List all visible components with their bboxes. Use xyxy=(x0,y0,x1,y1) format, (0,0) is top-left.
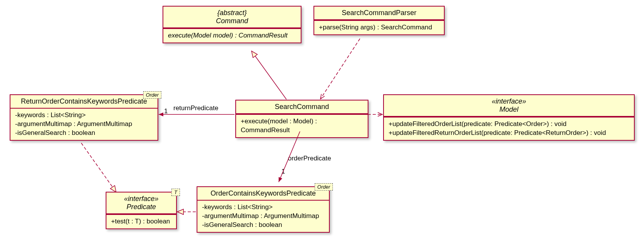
order-predicate-name: OrderContainsKeywordsPredicate xyxy=(197,187,329,201)
model-stereo: «interface» xyxy=(389,97,629,106)
predicate-stereo: «interface» xyxy=(111,195,171,203)
command-op: execute(Model model) : CommandResult xyxy=(163,29,301,43)
parser-op: +parse(String args) : SearchCommand xyxy=(314,21,444,34)
class-search-command: SearchCommand +execute(model : Model) : … xyxy=(235,100,368,138)
class-predicate: T «interface» Predicate +test(t : T) : b… xyxy=(106,192,177,229)
ord-pred-a1: -keywords : List<String> xyxy=(202,203,324,212)
class-search-command-parser: SearchCommandParser +parse(String args) … xyxy=(313,6,445,35)
label-return-predicate-mult: 1 xyxy=(164,107,168,115)
model-op2: +updateFilteredReturnOrderList(predicate… xyxy=(389,129,629,138)
uml-canvas: {abstract} Command execute(Model model) … xyxy=(0,0,644,247)
order-predicate-tparam: Order xyxy=(315,183,333,191)
model-op1: +updateFilteredOrderList(predicate: Pred… xyxy=(389,120,629,129)
command-stereo: {abstract} xyxy=(168,9,296,17)
ret-pred-a3: -isGeneralSearch : boolean xyxy=(15,129,153,138)
ret-pred-a1: -keywords : List<String> xyxy=(15,111,153,120)
class-command: {abstract} Command execute(Model model) … xyxy=(163,6,301,43)
model-name: Model xyxy=(389,106,629,114)
class-model: «interface» Model +updateFilteredOrderLi… xyxy=(383,94,635,141)
search-command-op: +execute(model : Model) : CommandResult xyxy=(236,115,368,137)
label-return-predicate: returnPredicate xyxy=(173,104,218,112)
ord-pred-a3: -isGeneralSearch : boolean xyxy=(202,221,324,230)
predicate-op: +test(t : T) : boolean xyxy=(106,215,176,228)
search-command-name: SearchCommand xyxy=(236,101,368,114)
predicate-tparam: T xyxy=(171,189,180,196)
label-order-predicate: orderPredicate xyxy=(288,155,331,162)
command-name: Command xyxy=(168,17,296,25)
predicate-name: Predicate xyxy=(111,203,171,211)
class-return-order-predicate: Order ReturnOrderContainsKeywordsPredica… xyxy=(10,94,158,141)
parser-name: SearchCommandParser xyxy=(314,7,444,20)
return-order-predicate-name: ReturnOrderContainsKeywordsPredicate xyxy=(10,95,158,109)
ret-pred-a2: -argumentMultimap : ArgumentMultimap xyxy=(15,120,153,129)
return-order-predicate-tparam: Order xyxy=(143,91,161,99)
class-order-predicate: Order OrderContainsKeywordsPredicate -ke… xyxy=(197,186,330,233)
ord-pred-a2: -argumentMultimap : ArgumentMultimap xyxy=(202,212,324,221)
label-order-predicate-mult: 1 xyxy=(281,168,285,175)
